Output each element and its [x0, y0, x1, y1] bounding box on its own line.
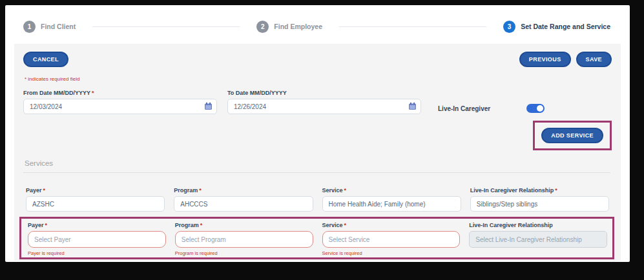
required-field-note: * indicates required field: [25, 76, 612, 82]
page: 1 Find Client 2 Find Employee 3 Set Date…: [5, 5, 630, 262]
services-divider: [23, 172, 610, 173]
service-label-text: Service: [322, 222, 343, 228]
add-service-button[interactable]: ADD SERVICE: [541, 128, 603, 143]
program-label: Program*: [174, 187, 313, 194]
annotation-highlight-empty-service-row: Payer* Payer is required Program* Progra…: [19, 217, 614, 259]
program-label: Program*: [175, 222, 313, 228]
required-asterisk: *: [199, 187, 202, 194]
stepper-connector: [92, 26, 240, 27]
service-select-input[interactable]: [322, 231, 461, 248]
date-range-row: From Date MM/DD/YYYY* To Da: [23, 90, 612, 114]
relationship-select-input-disabled: [469, 231, 607, 248]
program-error-message: Program is required: [175, 250, 313, 256]
calendar-icon[interactable]: [204, 102, 213, 110]
relationship-label: Live-In Caregiver Relationship*: [470, 187, 609, 194]
save-button-top[interactable]: SAVE: [576, 52, 612, 67]
relationship-label-text: Live-In Caregiver Relationship: [469, 222, 553, 228]
program-select-input[interactable]: [175, 231, 313, 248]
service-label: Service*: [322, 187, 461, 194]
required-asterisk: *: [344, 222, 347, 228]
program-label-text: Program: [175, 222, 199, 228]
required-asterisk: *: [92, 90, 94, 96]
relationship-error-message: [469, 250, 607, 256]
to-date-input-wrap: [227, 99, 421, 114]
payer-error-message: Payer is required: [28, 250, 166, 256]
live-in-caregiver-group: Live-In Caregiver: [438, 104, 545, 113]
program-field-group: Program* Program is required: [175, 222, 313, 256]
from-date-label-text: From Date MM/DD/YYYY: [23, 90, 90, 96]
to-date-input[interactable]: [227, 99, 421, 114]
to-date-field-group: To Date MM/DD/YYYY: [227, 90, 421, 114]
cancel-button-top[interactable]: CANCEL: [23, 52, 68, 67]
service-error-message: Service is required: [322, 250, 461, 256]
step-1-label: Find Client: [41, 23, 76, 30]
relationship-label-text: Live-In Caregiver Relationship: [470, 187, 554, 194]
relationship-field-group: Live-In Caregiver Relationship: [469, 222, 607, 256]
payer-field-group: Payer* Payer is required: [28, 222, 166, 256]
step-1-circle-icon: 1: [23, 21, 36, 33]
step-find-employee[interactable]: 2 Find Employee: [256, 21, 322, 33]
payer-select-input[interactable]: [28, 231, 166, 248]
step-2-circle-icon: 2: [256, 21, 269, 33]
services-section-heading: Services: [25, 159, 612, 167]
service-input[interactable]: [322, 196, 461, 212]
add-service-row: ADD SERVICE: [23, 121, 612, 150]
program-input[interactable]: [174, 196, 313, 212]
required-asterisk: *: [200, 222, 203, 228]
from-date-input-wrap: [23, 99, 217, 114]
service-field-group: Service* Service is required: [322, 222, 461, 256]
top-toolbar: CANCEL PREVIOUS SAVE: [23, 52, 612, 67]
stepper-connector: [339, 26, 486, 27]
service-label: Service*: [322, 222, 461, 228]
program-field-group: Program*: [174, 187, 313, 212]
live-in-caregiver-toggle[interactable]: [526, 104, 545, 113]
step-2-label: Find Employee: [274, 23, 322, 30]
screenshot-frame: 1 Find Client 2 Find Employee 3 Set Date…: [0, 0, 644, 280]
step-3-circle-icon: 3: [503, 21, 515, 33]
program-label-text: Program: [174, 187, 198, 194]
previous-button-top[interactable]: PREVIOUS: [519, 52, 571, 67]
service-row-empty: Payer* Payer is required Program* Progra…: [28, 222, 607, 256]
payer-label-text: Payer: [28, 222, 44, 228]
required-asterisk: *: [45, 222, 48, 228]
required-asterisk: *: [555, 187, 557, 194]
service-field-group: Service*: [322, 187, 461, 212]
relationship-field-group: Live-In Caregiver Relationship*: [470, 187, 609, 212]
payer-label: Payer*: [26, 187, 165, 194]
step-set-date-range-and-service[interactable]: 3 Set Date Range and Service: [503, 21, 610, 33]
required-asterisk: *: [43, 187, 46, 194]
service-row-filled: Payer* Program* Service*: [23, 187, 612, 212]
payer-label-text: Payer: [26, 187, 42, 194]
annotation-highlight-add-service: ADD SERVICE: [533, 121, 612, 150]
form-panel: CANCEL PREVIOUS SAVE * indicates require…: [14, 44, 621, 261]
from-date-input[interactable]: [23, 99, 217, 114]
relationship-input[interactable]: [470, 196, 609, 212]
payer-input[interactable]: [26, 196, 165, 212]
required-asterisk: *: [344, 187, 347, 194]
to-date-label-text: To Date MM/DD/YYYY: [227, 90, 287, 96]
payer-label: Payer*: [28, 222, 166, 228]
toggle-knob: [537, 105, 543, 112]
calendar-icon[interactable]: [408, 102, 417, 110]
from-date-label: From Date MM/DD/YYYY*: [23, 90, 217, 96]
stepper: 1 Find Client 2 Find Employee 3 Set Date…: [5, 15, 630, 37]
step-3-label: Set Date Range and Service: [521, 23, 610, 30]
service-label-text: Service: [322, 187, 343, 194]
live-in-caregiver-label: Live-In Caregiver: [438, 105, 490, 112]
step-find-client[interactable]: 1 Find Client: [23, 21, 76, 33]
from-date-field-group: From Date MM/DD/YYYY*: [23, 90, 217, 114]
relationship-label: Live-In Caregiver Relationship: [469, 222, 607, 228]
to-date-label: To Date MM/DD/YYYY: [227, 90, 421, 96]
payer-field-group: Payer*: [26, 187, 165, 212]
